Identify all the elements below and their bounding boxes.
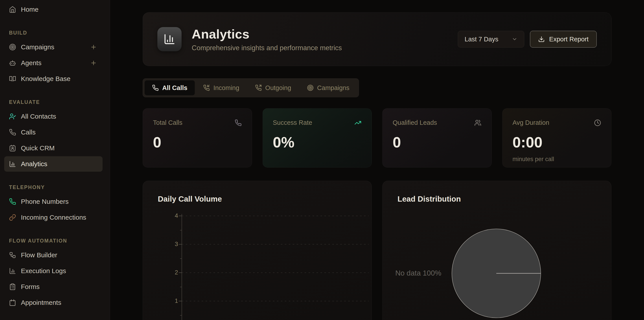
phone-icon	[234, 119, 242, 126]
chart-title: Lead Distribution	[398, 194, 461, 203]
workflow-icon	[9, 252, 16, 258]
sidebar-section-telephony: TELEPHONY	[9, 184, 110, 190]
tab-incoming[interactable]: Incoming	[196, 80, 247, 95]
stat-card-avg-duration: Avg Duration 0:00 minutes per call	[502, 108, 612, 168]
tab-label: Campaigns	[317, 84, 350, 92]
stats-row: Total Calls 0 Success Rate 0% Qualified …	[142, 108, 612, 168]
tab-label: Incoming	[213, 84, 239, 92]
sidebar-item-home[interactable]: Home	[4, 2, 102, 17]
header-text: Analytics Comprehensive insights and per…	[192, 27, 342, 52]
sidebar-item-flow-builder[interactable]: Flow Builder	[4, 247, 102, 263]
sidebar-item-label: Agents	[21, 59, 42, 67]
pie-no-data-label: No data 100%	[395, 269, 441, 277]
clipboard-icon	[9, 283, 16, 290]
sidebar-item-incoming-connections[interactable]: Incoming Connections	[4, 210, 102, 225]
sidebar-item-calls[interactable]: Calls	[4, 124, 102, 140]
date-range-select[interactable]: Last 7 Days	[458, 31, 524, 48]
phone-outgoing-icon	[255, 84, 262, 91]
add-campaign-icon[interactable]	[90, 44, 97, 50]
target-icon	[9, 44, 16, 50]
sidebar-item-label: All Contacts	[21, 113, 56, 120]
stat-value: 0	[153, 135, 242, 150]
stat-label: Success Rate	[273, 119, 312, 126]
sidebar-item-appointments[interactable]: Appointments	[4, 295, 102, 310]
stat-card-success-rate: Success Rate 0%	[262, 108, 372, 168]
tab-all-calls[interactable]: All Calls	[144, 80, 195, 95]
stat-value: 0	[393, 135, 481, 150]
bar-chart-icon	[9, 160, 16, 168]
stat-label: Qualified Leads	[393, 119, 437, 126]
sidebar: Home BUILD Campaigns Agents Knowledge Ba…	[0, 0, 110, 320]
sidebar-item-label: Quick CRM	[21, 144, 54, 152]
sidebar-item-agents[interactable]: Agents	[4, 55, 102, 71]
sidebar-item-all-contacts[interactable]: All Contacts	[4, 109, 102, 124]
clock-icon	[594, 119, 601, 126]
download-icon	[538, 36, 545, 42]
analytics-header-card: Analytics Comprehensive insights and per…	[142, 12, 612, 66]
sidebar-item-phone-numbers[interactable]: Phone Numbers	[4, 194, 102, 209]
book-open-icon	[9, 75, 16, 82]
stat-value: 0:00	[512, 135, 601, 150]
sidebar-item-label: Forms	[21, 283, 40, 290]
analytics-tile	[157, 27, 182, 51]
user-check-icon	[9, 113, 16, 120]
stat-label: Avg Duration	[512, 119, 549, 126]
phone-icon	[152, 84, 159, 91]
phone-icon	[9, 198, 16, 205]
add-agent-icon[interactable]	[90, 60, 97, 66]
chart-column-icon	[164, 33, 176, 45]
stat-subtext: minutes per call	[512, 156, 601, 163]
header-actions: Last 7 Days Export Report	[458, 31, 597, 48]
sidebar-item-label: Campaigns	[21, 43, 54, 51]
tab-label: All Calls	[162, 84, 187, 92]
sidebar-item-label: Home	[21, 6, 38, 13]
sidebar-item-label: Calls	[21, 128, 36, 136]
pie-plot	[443, 220, 551, 320]
sidebar-item-label: Incoming Connections	[21, 214, 86, 221]
sidebar-item-campaigns[interactable]: Campaigns	[4, 40, 102, 55]
calendar-icon	[9, 299, 16, 306]
export-report-label: Export Report	[549, 36, 588, 43]
sidebar-item-execution-logs[interactable]: Execution Logs	[4, 263, 102, 278]
bar-chart-plot	[168, 207, 372, 320]
sidebar-item-label: Analytics	[21, 160, 47, 168]
stat-card-total-calls: Total Calls 0	[142, 108, 252, 168]
sidebar-item-label: Execution Logs	[21, 267, 66, 275]
sidebar-item-label: Knowledge Base	[21, 75, 70, 82]
chart-title: Daily Call Volume	[158, 194, 222, 203]
chevron-down-icon	[512, 36, 518, 42]
daily-call-volume-chart: Daily Call Volume 4 3 2 1	[142, 181, 372, 320]
sidebar-item-label: Phone Numbers	[21, 198, 69, 205]
sidebar-item-knowledge-base[interactable]: Knowledge Base	[4, 71, 102, 86]
stat-value: 0%	[273, 135, 362, 150]
page-subtitle: Comprehensive insights and performance m…	[192, 44, 342, 52]
trending-up-icon	[354, 119, 362, 126]
phone-icon	[9, 129, 16, 136]
sidebar-item-analytics[interactable]: Analytics	[4, 156, 102, 172]
tab-label: Outgoing	[265, 84, 291, 92]
charts-row: Daily Call Volume 4 3 2 1	[142, 181, 612, 320]
sidebar-section-flow-automation: FLOW AUTOMATION	[9, 238, 110, 244]
contact-card-icon	[9, 144, 16, 152]
stat-card-qualified-leads: Qualified Leads 0	[382, 108, 492, 168]
stat-label: Total Calls	[153, 119, 182, 126]
date-range-value: Last 7 Days	[464, 36, 498, 43]
sidebar-item-label: Appointments	[21, 299, 61, 306]
link-icon	[9, 214, 16, 221]
tab-campaigns[interactable]: Campaigns	[300, 80, 357, 95]
target-icon	[307, 84, 314, 91]
bot-icon	[9, 60, 16, 66]
call-filter-tabs: All Calls Incoming Outgoing Campaigns	[142, 78, 359, 97]
sidebar-item-forms[interactable]: Forms	[4, 279, 102, 294]
sidebar-item-quick-crm[interactable]: Quick CRM	[4, 140, 102, 156]
sidebar-section-build: BUILD	[9, 30, 110, 36]
lead-distribution-chart: Lead Distribution No data 100%	[382, 181, 612, 320]
main-content: Analytics Comprehensive insights and per…	[110, 0, 644, 320]
page-title: Analytics	[192, 27, 342, 42]
sidebar-item-label: Flow Builder	[21, 251, 57, 259]
bar-chart-icon	[9, 268, 16, 274]
users-icon	[474, 119, 481, 126]
sidebar-section-evaluate: EVALUATE	[9, 99, 110, 105]
tab-outgoing[interactable]: Outgoing	[248, 80, 299, 95]
export-report-button[interactable]: Export Report	[530, 31, 597, 48]
